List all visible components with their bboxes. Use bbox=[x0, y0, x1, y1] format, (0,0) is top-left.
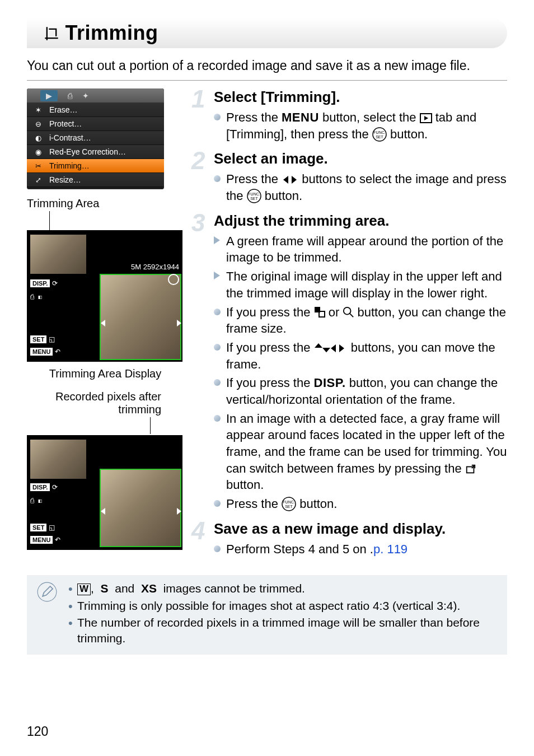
crop-icon bbox=[44, 25, 59, 42]
menu-item-icon: ⊖ bbox=[32, 120, 44, 128]
trimming-area-display-label: Trimming Area Display bbox=[27, 367, 184, 380]
arrow-right-icon-2 bbox=[177, 508, 181, 515]
print-tab-icon: ⎙ bbox=[68, 91, 72, 100]
set-hint-2: SET◱ bbox=[30, 524, 55, 531]
menu-item-icon: ◉ bbox=[32, 148, 44, 156]
dot-bullet-icon bbox=[214, 309, 221, 315]
arrow-left-icon-2 bbox=[101, 508, 105, 515]
recorded-pixels-label: Recorded pixels after trimming bbox=[27, 390, 161, 416]
resolution-label-1: 5M 2592x1944 bbox=[131, 263, 179, 271]
svg-point-0 bbox=[38, 583, 57, 602]
page-number: 120 bbox=[27, 724, 48, 739]
menu-item: ✶Erase… bbox=[27, 103, 164, 117]
note-line-2: Trimming is only possible for images sho… bbox=[68, 598, 499, 614]
preview-main-image-2 bbox=[100, 469, 181, 547]
step-line: Press the MENU button, select the tab an… bbox=[214, 109, 507, 142]
menu-item: ⊖Protect… bbox=[27, 117, 164, 131]
menu-item: ✂Trimming… bbox=[27, 159, 164, 173]
dot-bullet-icon bbox=[214, 500, 221, 507]
menu-item-icon: ✂ bbox=[32, 162, 44, 170]
arrow-left-icon bbox=[101, 320, 105, 326]
print-hint: ⎙ ◧ bbox=[30, 293, 42, 301]
set-hint: SET◱ bbox=[30, 335, 55, 343]
menu-item-label: Trimming… bbox=[49, 161, 90, 170]
preview-1: 5M 2592x1944 DISP.⟳ ⎙ ◧ SET◱ MENU↶ bbox=[27, 230, 182, 362]
magnify-icon bbox=[168, 274, 179, 285]
step-line: A green frame will appear around the por… bbox=[214, 233, 507, 266]
disp-hint-2: DISP.⟳ bbox=[30, 483, 58, 491]
divider bbox=[27, 80, 507, 81]
triangle-bullet-icon bbox=[214, 272, 220, 279]
pencil-icon bbox=[37, 582, 57, 602]
content-columns: ▶ ⎙ ✦ ✶Erase…⊖Protect…◐i-Contrast…◉Red-E… bbox=[27, 88, 507, 565]
step-line: Press the buttons to select the image an… bbox=[214, 171, 507, 204]
dot-bullet-icon bbox=[214, 379, 221, 386]
disp-hint: DISP.⟳ bbox=[30, 279, 58, 287]
leader-line bbox=[27, 213, 184, 230]
step-line: In an image with a detected face, a gray… bbox=[214, 410, 507, 493]
step: 2Select an image.Press the buttons to se… bbox=[195, 150, 507, 204]
menu-tabs: ▶ ⎙ ✦ bbox=[27, 88, 164, 103]
menu-item-icon: ⤢ bbox=[32, 176, 44, 184]
step-line: Press the button. bbox=[214, 496, 507, 512]
menu-item: ◉Red-Eye Correction… bbox=[27, 145, 164, 159]
menu-item-label: Protect… bbox=[49, 119, 82, 128]
leader-line-2 bbox=[27, 419, 184, 435]
left-column: ▶ ⎙ ✦ ✶Erase…⊖Protect…◐i-Contrast…◉Red-E… bbox=[27, 88, 184, 565]
note-line-3: The number of recorded pixels in a trimm… bbox=[68, 615, 499, 647]
step-line: Perform Steps 4 and 5 on .p. 119 bbox=[214, 541, 507, 558]
dot-bullet-icon bbox=[214, 415, 221, 422]
menu-item: ⤢Resize… bbox=[27, 173, 164, 187]
playback-tab-icon: ▶ bbox=[40, 90, 58, 101]
arrow-right-icon bbox=[177, 320, 181, 326]
step-title: Adjust the trimming area. bbox=[214, 212, 507, 230]
print-hint-2: ⎙ ◧ bbox=[30, 497, 42, 505]
menu-hint-2: MENU↶ bbox=[30, 536, 60, 544]
trimming-area-label: Trimming Area bbox=[27, 197, 184, 210]
page-header: Trimming bbox=[27, 18, 507, 48]
triangle-bullet-icon bbox=[214, 236, 220, 244]
step-number: 2 bbox=[191, 147, 205, 175]
step: 1Select [Trimming].Press the MENU button… bbox=[195, 88, 507, 142]
dot-bullet-icon bbox=[214, 545, 221, 552]
preview-thumbnail bbox=[30, 235, 86, 274]
preview-2: 2M 1600x1200 DISP.⟳ ⎙ ◧ SET◱ MENU↶ bbox=[27, 435, 182, 550]
menu-item-label: i-Contrast… bbox=[49, 133, 91, 142]
note-box: W, S and XS images cannot be trimmed. Tr… bbox=[27, 575, 507, 654]
step: 4Save as a new image and display.Perform… bbox=[195, 520, 507, 558]
page-title: Trimming bbox=[65, 21, 158, 45]
menu-item-icon: ✶ bbox=[32, 106, 44, 114]
step-title: Select [Trimming]. bbox=[214, 88, 507, 106]
note-line-1: W, S and XS images cannot be trimmed. bbox=[68, 581, 499, 596]
step-number: 1 bbox=[191, 85, 205, 113]
camera-menu-panel: ▶ ⎙ ✦ ✶Erase…⊖Protect…◐i-Contrast…◉Red-E… bbox=[27, 88, 164, 189]
step-line: If you press the buttons, you can move t… bbox=[214, 339, 507, 372]
intro-text: You can cut out a portion of a recorded … bbox=[27, 58, 507, 73]
right-column: 1Select [Trimming].Press the MENU button… bbox=[195, 88, 507, 565]
dot-bullet-icon bbox=[214, 175, 221, 182]
menu-item-label: Red-Eye Correction… bbox=[49, 147, 126, 156]
menu-item-label: Resize… bbox=[49, 175, 81, 184]
preview-thumbnail-2 bbox=[30, 440, 86, 479]
step-number: 3 bbox=[191, 209, 205, 237]
page-link[interactable]: p. 119 bbox=[373, 542, 407, 556]
menu-item: ◐i-Contrast… bbox=[27, 131, 164, 145]
step-line: The original image will display in the u… bbox=[214, 268, 507, 301]
step-title: Save as a new image and display. bbox=[214, 520, 507, 538]
menu-item-icon: ◐ bbox=[32, 134, 44, 142]
preview-main-image bbox=[100, 274, 181, 360]
dot-bullet-icon bbox=[214, 114, 221, 120]
dot-bullet-icon bbox=[214, 344, 221, 351]
menu-item-label: Erase… bbox=[49, 105, 78, 114]
tools-tab-icon: ✦ bbox=[82, 91, 89, 100]
step-title: Select an image. bbox=[214, 150, 507, 167]
menu-hint: MENU↶ bbox=[30, 348, 60, 356]
step-line: If you press the DISP. button, you can c… bbox=[214, 375, 507, 408]
step-number: 4 bbox=[191, 517, 205, 545]
step-line: If you press the or button, you can chan… bbox=[214, 304, 507, 337]
step: 3Adjust the trimming area.A green frame … bbox=[195, 212, 507, 512]
